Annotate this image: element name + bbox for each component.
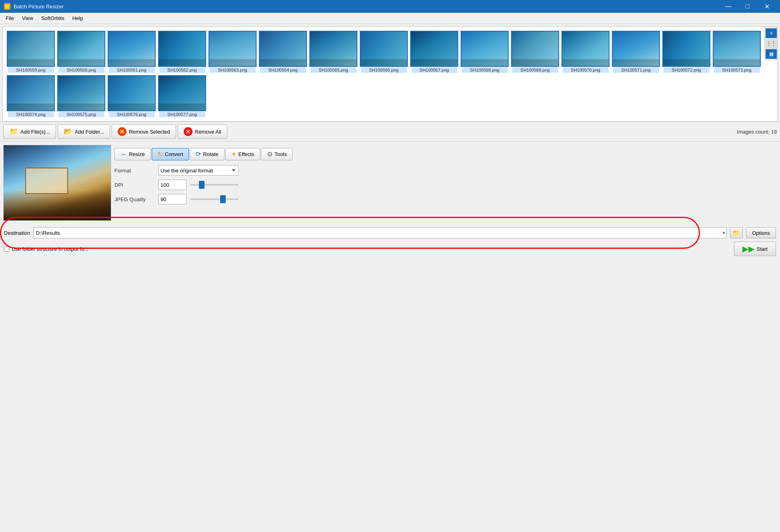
remove-all-button[interactable]: ✕ Remove All — [178, 124, 227, 139]
thumb-image — [561, 31, 610, 67]
image-thumb[interactable]: SH100575.png — [56, 74, 106, 118]
toolbar: 📁 Add File(s)... 📂 Add Folder... ✕ Remov… — [0, 122, 780, 142]
thumb-name: SH100573.png — [714, 67, 760, 73]
thumb-image — [108, 75, 156, 111]
thumb-name: SH100568.png — [462, 67, 508, 73]
tools-icon: ⚙ — [267, 150, 273, 158]
tabs-bar: ↔ Resize ↻ Convert ⟳ Rotate ✦ Effects ⚙ — [114, 148, 774, 160]
tab-resize[interactable]: ↔ Resize — [114, 148, 151, 160]
thumb-name: SH100576.png — [109, 112, 155, 117]
images-count: Images count: 19 — [737, 129, 777, 135]
view-controls: ≡ ⋮⋮ ▦ — [764, 27, 777, 60]
image-thumb[interactable]: SH100569.png — [510, 30, 560, 74]
image-thumb[interactable]: SH100563.png — [208, 30, 257, 74]
thumb-image — [158, 75, 206, 111]
close-button[interactable]: ✕ — [758, 0, 776, 13]
image-thumb[interactable]: SH100567.png — [409, 30, 459, 74]
thumb-name: SH100561.png — [109, 67, 155, 73]
settings-panel: ↔ Resize ↻ Convert ⟳ Rotate ✦ Effects ⚙ — [111, 145, 777, 221]
image-thumb[interactable]: SH100565.png — [309, 30, 358, 74]
thumb-name: SH100564.png — [260, 67, 306, 73]
options-button[interactable]: Options — [746, 227, 776, 238]
thumb-name: SH100572.png — [664, 67, 710, 73]
thumb-image — [7, 31, 55, 67]
image-thumb[interactable]: SH100559.png — [6, 30, 56, 74]
image-thumb[interactable]: SH100571.png — [611, 30, 661, 74]
tab-tools[interactable]: ⚙ Tools — [261, 148, 293, 160]
minimize-button[interactable]: — — [719, 0, 738, 13]
tab-convert[interactable]: ↻ Convert — [152, 148, 189, 160]
image-thumb[interactable]: SH100560.png — [56, 30, 106, 74]
menu-softorbits[interactable]: SoftOrbits — [37, 14, 68, 23]
destination-label: Destination — [4, 230, 30, 236]
thumb-image — [662, 31, 710, 67]
tab-rotate[interactable]: ⟳ Rotate — [190, 148, 224, 160]
folder-icon: 📂 — [64, 127, 72, 136]
main-content: SH100559.png SH100560.png SH100561.png S… — [0, 24, 780, 532]
image-thumb[interactable]: SH100568.png — [460, 30, 509, 74]
grid2-view-icon[interactable]: ▦ — [766, 49, 777, 59]
destination-path-input[interactable] — [33, 227, 727, 238]
jpeg-quality-slider[interactable] — [190, 198, 239, 200]
remove-selected-button[interactable]: ✕ Remove Selected — [112, 124, 176, 139]
dpi-input[interactable] — [158, 180, 186, 190]
grid-view-icon[interactable]: ⋮⋮ — [766, 39, 777, 48]
use-folder-row: Use folder structure in output fo... — [4, 246, 88, 252]
jpeg-quality-label: JPEG Quality — [114, 196, 154, 202]
bottom-section: ↔ Resize ↻ Convert ⟳ Rotate ✦ Effects ⚙ — [0, 142, 780, 224]
thumb-name: SH100569.png — [512, 67, 558, 73]
image-thumb[interactable]: SH100564.png — [258, 30, 308, 74]
image-thumb[interactable]: SH100561.png — [107, 30, 156, 74]
use-folder-checkbox[interactable] — [4, 246, 9, 252]
format-row: Format Use the original format JPEG PNG … — [114, 165, 774, 176]
start-button[interactable]: ▶▶ Start — [734, 242, 776, 256]
jpeg-quality-input[interactable] — [158, 194, 186, 204]
menu-help[interactable]: Help — [68, 14, 87, 23]
image-thumb[interactable]: SH100577.png — [157, 74, 207, 118]
use-folder-label: Use folder structure in output fo... — [12, 246, 88, 252]
thumb-image — [108, 31, 156, 67]
jpeg-quality-row: JPEG Quality — [114, 194, 774, 204]
thumb-name: SH100559.png — [8, 67, 54, 73]
thumb-name: SH100567.png — [411, 67, 457, 73]
thumb-name: SH100560.png — [58, 67, 104, 73]
image-thumb[interactable]: SH100573.png — [712, 30, 762, 74]
image-thumb[interactable]: SH100572.png — [662, 30, 711, 74]
image-thumb[interactable]: SH100562.png — [157, 30, 207, 74]
thumb-image — [309, 31, 357, 67]
add-folder-button[interactable]: 📂 Add Folder... — [58, 124, 110, 139]
dpi-row: DPI — [114, 180, 774, 190]
add-files-button[interactable]: 📁 Add File(s)... — [3, 124, 56, 139]
format-select[interactable]: Use the original format JPEG PNG BMP TIF… — [158, 165, 239, 176]
thumb-image — [511, 31, 559, 67]
thumb-image — [360, 31, 408, 67]
dpi-slider[interactable] — [190, 184, 239, 186]
thumb-name: SH100562.png — [159, 67, 205, 73]
thumb-image — [158, 31, 206, 67]
convert-icon: ↻ — [158, 150, 163, 158]
maximize-button[interactable]: □ — [738, 0, 757, 13]
image-thumb[interactable]: SH100566.png — [359, 30, 409, 74]
tab-effects[interactable]: ✦ Effects — [225, 148, 261, 160]
menu-file[interactable]: File — [2, 14, 18, 23]
remove-all-icon: ✕ — [184, 127, 192, 136]
image-thumb[interactable]: SH100576.png — [107, 74, 156, 118]
thumb-name: SH100570.png — [563, 67, 609, 73]
destination-folder-button[interactable]: 📁 — [730, 227, 743, 238]
resize-icon: ↔ — [120, 151, 127, 158]
rotate-icon: ⟳ — [196, 150, 201, 158]
destination-bar: Destination ▼ 📁 Options — [4, 224, 776, 242]
folder-add-icon: 📁 — [9, 127, 18, 136]
destination-dropdown-button[interactable]: ▼ — [722, 230, 726, 235]
preview-image — [3, 145, 111, 221]
thumb-name: SH100566.png — [361, 67, 407, 73]
thumb-image — [57, 31, 105, 67]
list-view-icon[interactable]: ≡ — [766, 28, 777, 38]
image-thumb[interactable]: SH100574.png — [6, 74, 56, 118]
image-thumb[interactable]: SH100570.png — [561, 30, 610, 74]
menu-view[interactable]: View — [18, 14, 37, 23]
gallery-container[interactable]: SH100559.png SH100560.png SH100561.png S… — [2, 26, 778, 122]
thumb-image — [259, 31, 307, 67]
app-icon: 🖼 — [4, 3, 10, 10]
thumb-image — [410, 31, 458, 67]
